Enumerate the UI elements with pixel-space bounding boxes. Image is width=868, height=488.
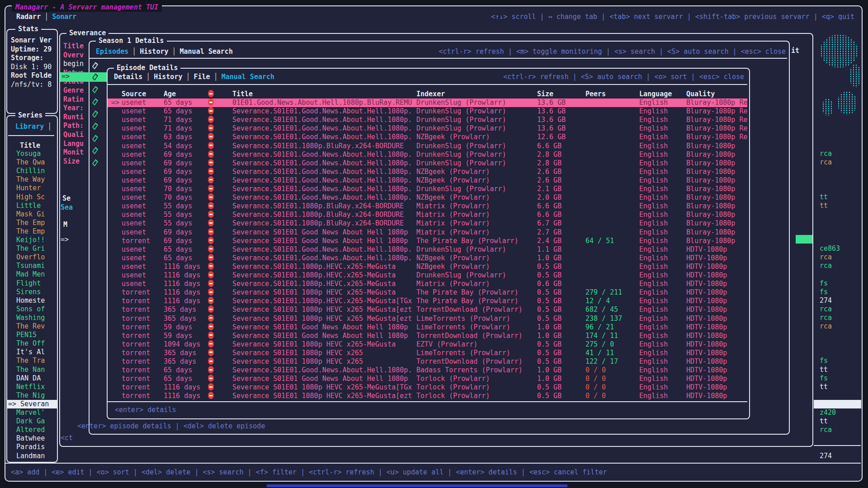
series-list-item[interactable]: The Emp — [7, 219, 65, 227]
search-result-row[interactable]: torrent1116 daysSeverance S01E01 1080p H… — [108, 288, 747, 297]
series-list-item[interactable]: High Sc — [7, 193, 65, 202]
cell-size: 0.5 GB — [537, 349, 561, 357]
search-result-row[interactable]: usenet1116 daysSeverance.S01E01.1080p.HE… — [108, 263, 747, 271]
series-list-item[interactable]: Flight — [7, 279, 65, 288]
search-result-row[interactable]: torrent59 daysSeverance S01E01 Good News… — [108, 323, 747, 332]
cell-size: 13.6 GB — [537, 116, 566, 124]
cell-size: 2.8 GB — [537, 150, 561, 159]
cell-title: Severance.S01E01.1080p.HEVC.x265-MeGusta — [232, 263, 396, 271]
selected-episode-row[interactable]: => — [60, 72, 107, 82]
search-result-row[interactable]: torrent1116 daysSeverance S01E01 1080p H… — [108, 392, 747, 400]
minus-circle-icon — [208, 99, 214, 106]
search-result-row[interactable]: torrent365 daysSeverance S01E01 1080p HE… — [108, 357, 747, 366]
cell-indexer: NZBgeek (Prowlarr) — [416, 254, 490, 263]
search-result-row[interactable]: torrent1116 daysSeverance S01E01 1080p H… — [108, 383, 747, 392]
cell-source: usenet — [122, 150, 146, 159]
search-result-row[interactable]: usenet65 daysSeverance.S01E01.Good.News.… — [108, 245, 747, 254]
search-result-row[interactable]: torrent1116 daysSeverance.S01E01.1080p.H… — [108, 297, 747, 305]
search-result-row[interactable]: usenet65 daysSeverance.S01E01.Good.News.… — [108, 254, 747, 263]
series-list-item[interactable]: Yosuga — [7, 150, 65, 158]
series-list-item[interactable]: The Qwa — [7, 158, 65, 167]
search-result-row[interactable]: usenet69 daysSeverance.S01E01.Good.News.… — [108, 150, 747, 159]
series-list-item[interactable]: Mask Gi — [7, 210, 65, 219]
search-result-row[interactable]: usenet71 daysSeverance.S01E01.Good.News.… — [108, 124, 747, 133]
series-list-item[interactable]: DAN DA — [7, 374, 65, 383]
cell-size: 12.6 GB — [537, 133, 566, 141]
series-list-item[interactable]: Overflo — [7, 253, 65, 262]
series-list-item[interactable]: Sons of — [7, 305, 65, 314]
bottom-bar-divider — [5, 463, 861, 464]
occluded-text-fragment: rca — [820, 150, 832, 158]
series-list-item[interactable]: Paradis — [7, 443, 65, 451]
series-list-item[interactable]: Dark Ga — [7, 417, 65, 426]
search-result-row[interactable]: usenet1116 daysSeverance.S01E01.1080p.HE… — [108, 280, 747, 288]
series-list-item[interactable]: The Gri — [7, 244, 65, 253]
cell-title: Severance.S01E01.Good.News.About.Hell.10… — [232, 116, 412, 124]
series-list-item[interactable]: PEN15 — [7, 331, 65, 339]
cell-peers: 0 / 0 — [585, 366, 606, 375]
search-result-row[interactable]: usenet69 daysSeverance.S01E01.Good.News.… — [108, 168, 747, 176]
paw-art-dots — [820, 34, 858, 68]
cell-age: 365 days — [164, 314, 196, 323]
cell-size: 0.5 GB — [537, 263, 561, 271]
search-result-row[interactable]: usenet54 daysSeverance.S01E01.1080p.BluR… — [108, 142, 747, 150]
search-result-row[interactable]: torrent59 daysSeverance S01E01 Good News… — [108, 332, 747, 340]
occluded-fragment-seasons-tab: Sea — [61, 203, 73, 212]
search-result-row[interactable]: torrent365 daysSeverance S01E01 1080p HE… — [108, 349, 747, 357]
series-list-item[interactable]: The Nig — [7, 391, 65, 400]
cell-size: 1.0 GB — [537, 254, 561, 263]
series-list-item[interactable]: Hunter — [7, 184, 65, 192]
cell-title: Severance S01E01 1080p HEVC x265 — [232, 357, 363, 366]
search-result-row[interactable]: =>usenet65 days01E01.Good.News.About.Hel… — [108, 99, 747, 107]
series-list-item[interactable]: Mad Men — [7, 270, 65, 279]
search-result-row[interactable]: usenet70 daysSeverance.S01E01.Good.News.… — [108, 185, 747, 193]
search-result-row[interactable]: usenet70 daysSeverance.S01E01.Good.News.… — [108, 193, 747, 202]
cell-language: English — [639, 159, 668, 168]
occluded-fragment-seasons-selected-marker: => — [61, 235, 69, 244]
search-result-row[interactable]: torrent65 daysSeverance.S01E01.Good.News… — [108, 366, 747, 375]
series-list-item[interactable]: Chillin — [7, 167, 65, 175]
cell-peers: 682 / 45 — [585, 305, 618, 314]
cell-source: usenet — [122, 116, 146, 124]
cell-size: 2.6 GB — [537, 176, 561, 185]
search-result-row[interactable]: torrent365 daysSeverance S01E01 1080p HE… — [108, 314, 747, 323]
search-result-row[interactable]: usenet1116 daysSeverance.S01E01.1080p.HE… — [108, 271, 747, 280]
series-list-item[interactable]: Little — [7, 202, 65, 210]
search-result-row[interactable]: usenet55 daysSeverance.S01E01.1080p.BluR… — [108, 202, 747, 211]
search-result-row[interactable]: torrent1094 daysSeverance S01E01 1080p H… — [108, 340, 747, 349]
cell-indexer: The Pirate Bay (Prowlarr) — [416, 237, 519, 245]
cell-size: 13.6 GB — [537, 124, 566, 133]
series-list-item[interactable]: Homeste — [7, 296, 65, 305]
search-result-row[interactable]: usenet65 daysSeverance.S01E01.Good.News.… — [108, 107, 747, 116]
search-result-row[interactable]: usenet69 daysSeverance.S01E01.Good.News.… — [108, 159, 747, 168]
search-result-row[interactable]: usenet69 daysSeverance S01E01 Good News … — [108, 228, 747, 237]
series-list-item[interactable]: Tsunami — [7, 262, 65, 270]
series-list-item[interactable]: => Severan — [7, 400, 57, 408]
series-list-item[interactable]: It's Al — [7, 348, 65, 357]
series-list-item[interactable]: The Emp — [7, 227, 65, 236]
series-list-item[interactable]: The Way — [7, 175, 65, 184]
search-result-row[interactable]: torrent65 daysSeverance S01E01 Good News… — [108, 375, 747, 383]
series-list-item[interactable]: The Rev — [7, 322, 65, 331]
series-list-item[interactable]: The Off — [7, 339, 65, 348]
series-list-item[interactable]: Netflix — [7, 383, 65, 391]
search-result-row[interactable]: usenet69 daysSeverance.S01E01.Good.News.… — [108, 176, 747, 185]
series-list-item[interactable]: Sirens — [7, 288, 65, 296]
series-list-item[interactable]: The Tra — [7, 357, 65, 365]
series-list-item[interactable]: Marvel' — [7, 408, 65, 417]
search-result-row[interactable]: torrent69 daysSeverance S01E01 Good News… — [108, 237, 747, 245]
series-list-item[interactable]: Batwhee — [7, 434, 65, 443]
search-result-row[interactable]: usenet63 daysSeverance.S01E01.Good.News.… — [108, 133, 747, 141]
search-result-row[interactable]: usenet71 daysSeverance.S01E01.Good.News.… — [108, 116, 747, 124]
series-list-item[interactable]: Landman — [7, 452, 65, 460]
series-list-item[interactable]: Washing — [7, 314, 65, 322]
occluded-fragment-seasons-title: Se — [62, 194, 71, 203]
search-table-header-row: SourceAgeTitleIndexerSizePeersLanguageQu… — [108, 90, 747, 99]
search-result-row[interactable]: usenet55 daysSeverance.S01E01.1080p.BluR… — [108, 211, 747, 219]
series-list-item[interactable]: Altered — [7, 426, 65, 434]
search-result-row[interactable]: torrent365 daysSeverance S01E01 1080p HE… — [108, 305, 747, 314]
series-list-item[interactable]: The Nan — [7, 366, 65, 374]
series-list-item[interactable]: Keijo!! — [7, 236, 65, 244]
cell-source: usenet — [122, 263, 146, 271]
search-result-row[interactable]: usenet55 daysSeverance.S01E01.1080p.BluR… — [108, 219, 747, 228]
